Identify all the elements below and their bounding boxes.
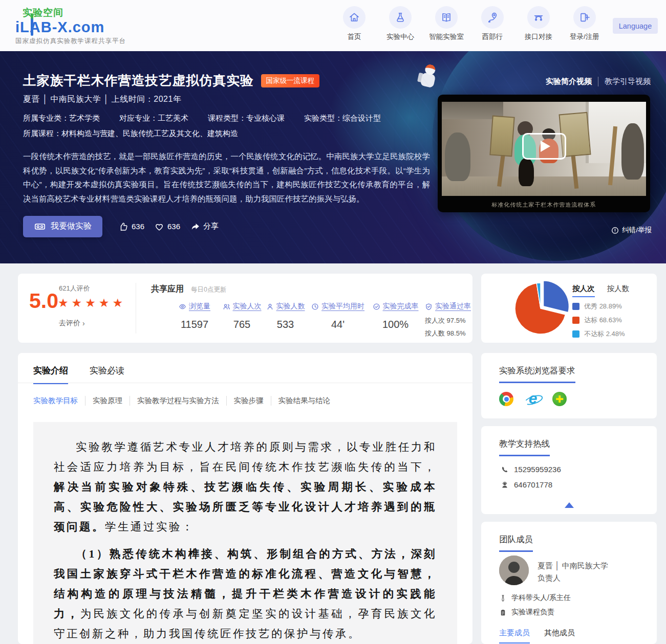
legend-swatch (572, 303, 579, 310)
report-link[interactable]: 纠错/举报 (611, 226, 652, 235)
play-icon (541, 141, 550, 152)
phone-number[interactable]: 15295959236 (514, 465, 561, 474)
nav-item-login[interactable]: 登录/注册 (567, 6, 603, 41)
tab-guide-video[interactable]: 教学引导视频 (598, 77, 651, 86)
nav-item-west-tour[interactable]: 西部行 (475, 6, 510, 41)
contact-person-icon (501, 481, 509, 489)
video-tabs: 实验简介视频 教学引导视频 (546, 77, 651, 86)
pie-tab-by-attempts[interactable]: 按人次 (572, 284, 595, 297)
thumbs-up-icon (118, 221, 128, 232)
teaching-goals-content: 实验教学遵循艺术专业人才培养的原则与需求，以专业胜任力和社会适应力培养为目标，旨… (33, 422, 457, 644)
people-icon (223, 303, 230, 310)
logo-tagline: 国家虚拟仿真实验教学课程共享平台 (15, 37, 126, 46)
main-nav: 首页 实验中心 智能实验室 西部行 接口对接 登录/注册 Lan (336, 6, 658, 41)
stat-views: 浏览量 11597 (171, 302, 218, 330)
flask-icon (394, 11, 406, 24)
open-book-icon (440, 11, 453, 24)
nav-item-experiment-center[interactable]: 实验中心 (382, 6, 418, 41)
related-courses: 所属课程：材料构造与营建、民族传统工艺及其文化、建筑构造 (23, 129, 238, 139)
favorite-button[interactable]: 636 (154, 221, 180, 232)
qq-number[interactable]: 646701778 (514, 480, 552, 489)
experiment-detail-card: 实验介绍 实验必读 实验教学目标 实验原理 实验教学过程与实验方法 实验步骤 实… (18, 353, 472, 644)
collapse-arrow-icon[interactable] (565, 502, 574, 508)
team-members-card: 团队成员 夏晋 │ 中南民族大学 负责人 学科带头人/系主任 实验课程负责 主要… (481, 522, 657, 644)
stat-pass-rate: 实验通过率 按人次 97.5% 按人数 98.5% (425, 302, 486, 338)
social-actions: 636 636 分享 (118, 221, 219, 232)
member-name: 夏晋 │ 中南民族大学 (538, 561, 608, 571)
cta-row: 我要做实验 636 636 分享 (23, 215, 219, 238)
section-subnav: 实验教学目标 实验原理 实验教学过程与实验方法 实验步骤 实验结果与结论 (33, 396, 337, 406)
go-rate-link[interactable]: 去评价 › (59, 319, 85, 328)
like-button[interactable]: 636 (118, 221, 144, 232)
pie-tab-by-people[interactable]: 按人数 (607, 284, 630, 297)
vr-goggles-icon (34, 220, 46, 233)
meta-course-type: 课程类型：专业核心课 (208, 114, 285, 123)
tab-must-read[interactable]: 实验必读 (90, 365, 124, 384)
score-distribution-card: 按人次 按人数 优秀 28.89% 达标 68.63% 不达标 2.48% (481, 274, 657, 343)
tab-intro-video[interactable]: 实验简介视频 (546, 77, 592, 86)
heart-icon (154, 221, 164, 232)
course-description: 一段传统木作营造的技艺，就是一部民族匠作营造的历史，一个民族传统文化的记忆。中南… (23, 149, 430, 206)
map-pin-icon (486, 11, 499, 24)
stats-card: 5.0 621人评价 ★★★★★ 去评价 › 共享应用 每日0点更新 浏览量 1… (18, 274, 472, 343)
meta-major-class: 所属专业类：艺术学类 (23, 114, 100, 123)
phone-row: 15295959236 (501, 465, 561, 474)
pie-legend: 优秀 28.89% 达标 68.63% 不达标 2.48% (572, 302, 625, 343)
tab-other-members[interactable]: 其他成员 (544, 628, 575, 643)
360-browser-icon[interactable]: ✚ (552, 392, 567, 406)
team-tabs: 主要成员 其他成员 (499, 628, 575, 643)
vertical-divider (136, 283, 136, 334)
do-experiment-button[interactable]: 我要做实验 (23, 216, 102, 237)
site-header: 实验空间 iLAB-X.com 国家虚拟仿真实验教学课程共享平台 首页 实验中心… (0, 0, 666, 51)
clipboard-icon (499, 609, 507, 616)
member-position-row: 学科带头人/系主任 (499, 593, 571, 603)
stat-avg-time: 实验平均用时 44' (310, 302, 366, 330)
detail-tabs: 实验介绍 实验必读 (33, 365, 124, 384)
browser-requirements-title: 实验系统浏览器要求 (499, 365, 575, 383)
nav-item-smart-lab[interactable]: 智能实验室 (428, 6, 464, 41)
support-hotline-card: 教学支持热线 15295959236 646701778 (481, 426, 657, 514)
share-button[interactable]: 分享 (190, 221, 219, 232)
tabs-divider (18, 383, 472, 383)
home-icon (348, 11, 360, 24)
subnav-steps[interactable]: 实验步骤 (226, 396, 271, 406)
legend-item-fail: 不达标 2.48% (572, 329, 625, 339)
stat-participants: 实验人数 533 (261, 302, 310, 330)
chrome-icon[interactable] (499, 392, 513, 406)
team-members-title: 团队成员 (499, 534, 533, 552)
language-button[interactable]: Language (613, 18, 658, 34)
subnav-principle[interactable]: 实验原理 (85, 396, 130, 406)
nav-item-home[interactable]: 首页 (336, 6, 372, 41)
tab-experiment-intro[interactable]: 实验介绍 (33, 365, 68, 384)
score-pie-chart (510, 278, 571, 339)
course-title: 土家族干栏木作营造技艺虚拟仿真实验 (23, 72, 254, 90)
bridge-icon (532, 11, 545, 24)
nav-item-interface[interactable]: 接口对接 (521, 6, 556, 41)
subnav-results[interactable]: 实验结果与结论 (271, 396, 338, 406)
legend-item-pass: 达标 68.63% (572, 316, 625, 325)
clock-icon (311, 303, 319, 310)
browser-icons: e ✚ (499, 392, 567, 406)
subnav-teaching-goals[interactable]: 实验教学目标 (33, 396, 85, 406)
pie-tabs: 按人次 按人数 (572, 284, 629, 297)
logo-i-bar (31, 13, 33, 36)
person-icon (266, 303, 274, 310)
video-player[interactable]: 标准化传统土家干栏木作营造流程体系 (438, 95, 650, 212)
legend-item-excellent: 优秀 28.89% (572, 302, 625, 311)
eye-icon (179, 303, 186, 310)
stat-completion: 实验完成率 100% (371, 302, 420, 330)
support-hotline-title: 教学支持热线 (499, 438, 550, 456)
meta-major: 对应专业：工艺美术 (119, 114, 188, 123)
share-arrow-icon (190, 221, 200, 232)
stat-attempts: 实验人次 765 (218, 302, 266, 330)
site-logo[interactable]: 实验空间 iLAB-X.com 国家虚拟仿真实验教学课程共享平台 (15, 6, 126, 46)
rating-score: 5.0 (29, 289, 58, 313)
shield-check-icon (425, 303, 433, 310)
rating-count: 621人评价 (59, 284, 90, 293)
play-button[interactable] (522, 133, 566, 160)
member-avatar[interactable] (499, 556, 529, 585)
tab-main-members[interactable]: 主要成员 (499, 628, 530, 643)
ie-icon[interactable]: e (526, 392, 540, 406)
subnav-process-method[interactable]: 实验教学过程与实验方法 (130, 396, 226, 406)
alert-circle-icon (611, 227, 619, 234)
